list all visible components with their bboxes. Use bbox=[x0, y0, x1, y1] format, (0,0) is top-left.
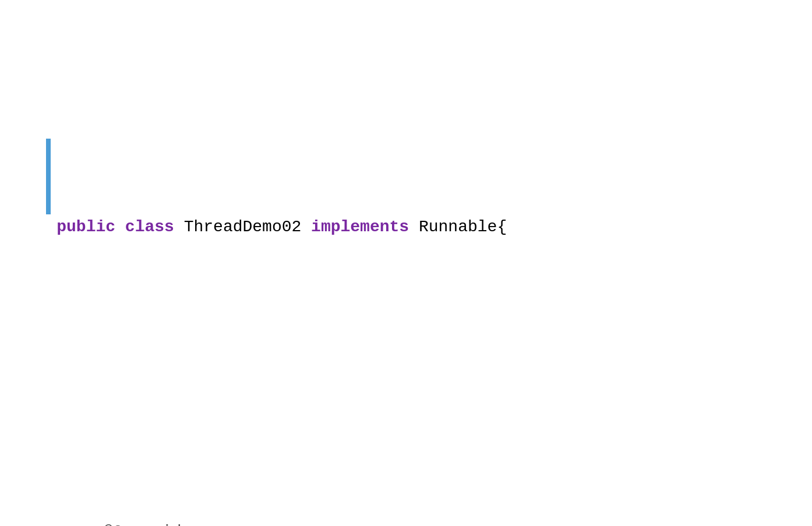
empty-line bbox=[17, 366, 812, 391]
keyword-implements: implements bbox=[311, 218, 419, 236]
interface-name: Runnable{ bbox=[419, 218, 507, 236]
classname: ThreadDemo02 bbox=[184, 218, 311, 236]
code-editor: public class ThreadDemo02 implements Run… bbox=[0, 12, 812, 526]
line-override: @Override bbox=[17, 493, 812, 526]
line-class-decl: public class ThreadDemo02 implements Run… bbox=[17, 113, 812, 266]
keyword-class: class bbox=[125, 218, 184, 236]
annotation-override: @Override bbox=[103, 523, 191, 526]
keyword-public: public bbox=[57, 218, 125, 236]
